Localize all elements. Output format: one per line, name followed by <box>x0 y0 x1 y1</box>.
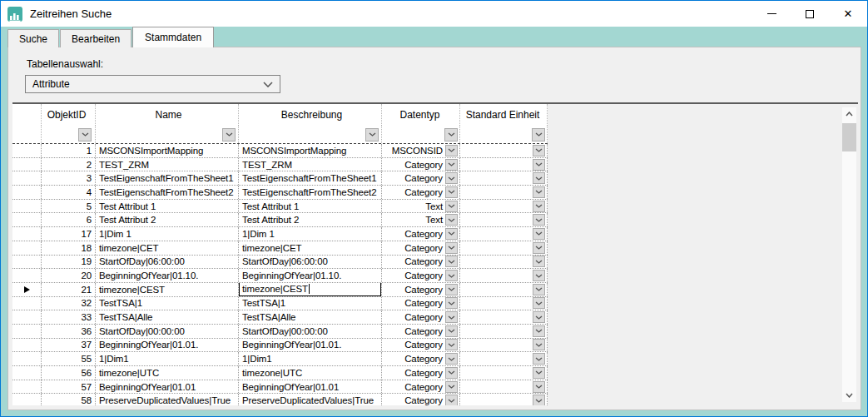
cell-beschreibung[interactable]: TestEigenschaftFromTheSheet1 <box>239 171 382 185</box>
datentyp-dropdown[interactable] <box>445 228 458 240</box>
vertical-scrollbar[interactable] <box>842 107 856 402</box>
cell-name[interactable]: 1|Dim 1 <box>96 227 239 241</box>
cell-objektid[interactable]: 21 <box>42 283 96 296</box>
datentyp-dropdown[interactable] <box>445 201 458 212</box>
cell-name[interactable]: BeginningOfYear|01.01 <box>96 380 239 394</box>
maximize-button[interactable] <box>791 1 829 27</box>
row-header-cell[interactable] <box>12 200 42 213</box>
cell-objektid[interactable]: 58 <box>42 394 96 405</box>
cell-name[interactable]: PreserveDuplicatedValues|True <box>96 394 239 405</box>
minimize-button[interactable] <box>752 1 791 27</box>
cell-standard-einheit[interactable] <box>460 283 548 296</box>
datentyp-dropdown[interactable] <box>445 381 458 393</box>
cell-name[interactable]: TEST_ZRM <box>96 158 239 171</box>
cell-beschreibung[interactable]: 1|Dim1 <box>239 352 382 365</box>
datentyp-dropdown[interactable] <box>445 325 458 337</box>
standard-einheit-dropdown[interactable] <box>533 172 545 184</box>
cell-beschreibung[interactable]: Test Attribut 1 <box>239 200 382 213</box>
cell-objektid[interactable]: 17 <box>42 227 96 241</box>
filter-standard-einheit-dropdown[interactable] <box>532 128 545 141</box>
cell-beschreibung[interactable]: PreserveDuplicatedValues|True <box>239 394 382 405</box>
cell-standard-einheit[interactable] <box>460 213 548 226</box>
scroll-down-button[interactable] <box>842 389 856 402</box>
standard-einheit-dropdown[interactable] <box>533 214 545 226</box>
cell-beschreibung[interactable]: TEST_ZRM <box>239 158 382 171</box>
standard-einheit-dropdown[interactable] <box>533 284 545 295</box>
datentyp-dropdown[interactable] <box>445 172 458 184</box>
filter-objektid-dropdown[interactable] <box>78 128 92 141</box>
table-row[interactable]: 551|Dim11|Dim1Category <box>12 352 548 366</box>
filter-datentyp-dropdown[interactable] <box>444 128 458 141</box>
cell-objektid[interactable]: 19 <box>42 256 96 269</box>
standard-einheit-dropdown[interactable] <box>533 297 545 309</box>
cell-beschreibung[interactable]: Test Attribut 2 <box>239 213 382 226</box>
cell-name[interactable]: TestEigenschaftFromTheSheet2 <box>96 186 239 199</box>
cell-standard-einheit[interactable] <box>460 144 548 157</box>
standard-einheit-dropdown[interactable] <box>533 395 545 405</box>
datentyp-dropdown[interactable] <box>445 145 458 156</box>
row-header-cell[interactable] <box>12 213 42 226</box>
standard-einheit-dropdown[interactable] <box>533 242 545 254</box>
table-row[interactable]: 171|Dim 11|Dim 1Category <box>12 227 548 241</box>
table-row[interactable]: 4TestEigenschaftFromTheSheet2TestEigensc… <box>12 186 548 200</box>
cell-beschreibung[interactable]: BeginningOfYear|01.01. <box>239 339 382 352</box>
tab-stammdaten[interactable]: Stammdaten <box>132 27 214 47</box>
filter-datentyp[interactable] <box>382 126 460 143</box>
datentyp-dropdown[interactable] <box>445 311 458 323</box>
cell-name[interactable]: timezone|CET <box>96 241 239 255</box>
cell-datentyp[interactable]: Category <box>382 186 460 199</box>
filter-objektid[interactable] <box>42 126 96 143</box>
cell-datentyp[interactable]: Category <box>382 380 460 394</box>
datentyp-dropdown[interactable] <box>445 367 458 379</box>
row-header-cell[interactable] <box>12 352 42 365</box>
row-header-cell[interactable] <box>12 394 42 405</box>
row-header-cell[interactable] <box>12 310 42 324</box>
cell-beschreibung[interactable]: TestEigenschaftFromTheSheet2 <box>239 186 382 199</box>
cell-name[interactable]: StartOfDay|06:00:00 <box>96 256 239 269</box>
cell-objektid[interactable]: 5 <box>42 200 96 213</box>
tabellenauswahl-combobox[interactable]: Attribute <box>25 75 280 93</box>
cell-standard-einheit[interactable] <box>460 325 548 338</box>
cell-objektid[interactable]: 33 <box>42 310 96 324</box>
cell-objektid[interactable]: 57 <box>42 380 96 394</box>
cell-beschreibung[interactable]: MSCONSImportMapping <box>239 144 382 157</box>
cell-beschreibung[interactable]: BeginningOfYear|01.10. <box>239 269 382 282</box>
cell-datentyp[interactable]: Category <box>382 283 460 296</box>
cell-beschreibung[interactable]: timezone|CEST <box>239 283 382 296</box>
filter-name-dropdown[interactable] <box>222 128 236 141</box>
cell-standard-einheit[interactable] <box>460 227 548 241</box>
cell-standard-einheit[interactable] <box>460 200 548 213</box>
standard-einheit-dropdown[interactable] <box>533 381 545 393</box>
cell-datentyp[interactable]: Category <box>382 339 460 352</box>
cell-datentyp[interactable]: Category <box>382 269 460 282</box>
cell-name[interactable]: 1|Dim1 <box>96 352 239 365</box>
datentyp-dropdown[interactable] <box>445 339 458 350</box>
cell-datentyp[interactable]: Category <box>382 394 460 405</box>
table-row[interactable]: 21timezone|CESTtimezone|CESTCategory <box>12 283 548 297</box>
cell-beschreibung[interactable]: BeginningOfYear|01.01 <box>239 380 382 394</box>
cell-objektid[interactable]: 37 <box>42 339 96 352</box>
cell-beschreibung[interactable]: StartOfDay|00:00:00 <box>239 325 382 338</box>
row-header-cell[interactable] <box>12 227 42 241</box>
datentyp-dropdown[interactable] <box>445 242 458 254</box>
cell-standard-einheit[interactable] <box>460 171 548 185</box>
filter-beschreibung[interactable] <box>239 126 382 143</box>
cell-beschreibung[interactable]: StartOfDay|06:00:00 <box>239 256 382 269</box>
cell-datentyp[interactable]: Category <box>382 158 460 171</box>
datentyp-dropdown[interactable] <box>445 186 458 198</box>
cell-objektid[interactable]: 56 <box>42 366 96 380</box>
cell-name[interactable]: TestTSA|1 <box>96 297 239 310</box>
datentyp-dropdown[interactable] <box>445 353 458 365</box>
datentyp-dropdown[interactable] <box>445 297 458 309</box>
cell-standard-einheit[interactable] <box>460 186 548 199</box>
row-header-cell[interactable] <box>12 380 42 394</box>
datentyp-dropdown[interactable] <box>445 270 458 281</box>
cell-name[interactable]: Test Attribut 2 <box>96 213 239 226</box>
cell-objektid[interactable]: 20 <box>42 269 96 282</box>
row-header-cell[interactable] <box>12 297 42 310</box>
cell-name[interactable]: TestTSA|Alle <box>96 310 239 324</box>
cell-standard-einheit[interactable] <box>460 241 548 255</box>
table-row[interactable]: 1MSCONSImportMappingMSCONSImportMappingM… <box>12 144 548 158</box>
column-header-beschreibung[interactable]: Beschreibung <box>239 104 382 126</box>
cell-name[interactable]: Test Attribut 1 <box>96 200 239 213</box>
